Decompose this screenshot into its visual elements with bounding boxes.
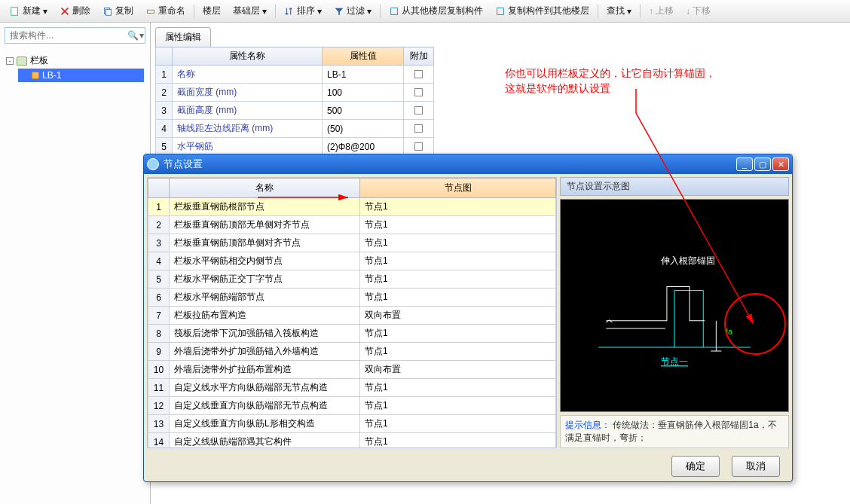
prop-extra[interactable] xyxy=(404,120,434,138)
node-name[interactable]: 栏板水平钢筋正交丁字节点 xyxy=(170,270,360,289)
node-value[interactable]: 节点1 xyxy=(360,198,556,216)
search-icon[interactable]: 🔍 xyxy=(127,30,139,41)
new-button[interactable]: 新建 ▾ xyxy=(5,2,53,20)
prop-row[interactable]: 2 截面宽度 (mm) 100 xyxy=(156,84,434,102)
item-label: LB-1 xyxy=(42,70,61,81)
node-value[interactable]: 节点1 xyxy=(360,325,556,343)
node-value[interactable]: 节点1 xyxy=(360,252,556,270)
prop-value[interactable]: 100 xyxy=(323,84,404,102)
node-row[interactable]: 10 外墙后浇带外扩拉筋布置构造 双向布置 xyxy=(148,361,556,379)
prop-name[interactable]: 名称 xyxy=(173,66,323,84)
movedown-button: ↓ 下移 xyxy=(680,2,716,20)
minimize-button[interactable]: _ xyxy=(736,157,753,171)
node-name[interactable]: 栏板水平钢筋端部节点 xyxy=(170,289,360,307)
node-name[interactable]: 栏板拉筋布置构造 xyxy=(170,307,360,325)
tree-root[interactable]: - 栏板 xyxy=(6,53,144,69)
prop-name[interactable]: 截面高度 (mm) xyxy=(173,102,323,120)
filter-button[interactable]: 过滤 ▾ xyxy=(329,2,377,20)
prop-extra[interactable] xyxy=(404,66,434,84)
prop-extra[interactable] xyxy=(404,84,434,102)
prop-row[interactable]: 3 截面高度 (mm) 500 xyxy=(156,102,434,120)
tree-item-lb1[interactable]: LB-1 xyxy=(18,69,144,82)
node-name[interactable]: 栏板垂直钢筋顶部无单侧对齐节点 xyxy=(170,216,360,234)
node-rownum: 9 xyxy=(148,343,170,361)
prop-extra[interactable] xyxy=(404,138,434,156)
node-row[interactable]: 11 自定义线水平方向纵筋端部无节点构造 节点1 xyxy=(148,379,556,397)
node-name[interactable]: 自定义线水平方向纵筋端部无节点构造 xyxy=(170,379,360,397)
checkbox[interactable] xyxy=(414,70,423,78)
search-input[interactable] xyxy=(5,28,127,43)
checkbox[interactable] xyxy=(414,88,423,96)
search-box: 🔍 ▾ xyxy=(5,27,145,44)
node-row[interactable]: 2 栏板垂直钢筋顶部无单侧对齐节点 节点1 xyxy=(148,216,556,234)
node-value[interactable]: 节点1 xyxy=(360,397,556,415)
node-row[interactable]: 13 自定义线垂直方向纵筋L形相交构造 节点1 xyxy=(148,415,556,433)
node-row[interactable]: 4 栏板水平钢筋相交内侧节点 节点1 xyxy=(148,252,556,270)
checkbox[interactable] xyxy=(414,106,423,115)
node-value[interactable]: 节点1 xyxy=(360,289,556,307)
prop-name[interactable]: 轴线距左边线距离 (mm) xyxy=(173,120,323,138)
checkbox[interactable] xyxy=(414,124,423,133)
node-value[interactable]: 节点1 xyxy=(360,343,556,361)
find-button[interactable]: 查找 ▾ xyxy=(601,2,637,20)
prop-value[interactable]: LB-1 xyxy=(323,66,404,84)
node-value[interactable]: 节点1 xyxy=(360,415,556,433)
prop-name[interactable]: 水平钢筋 xyxy=(173,138,323,156)
tab-properties[interactable]: 属性编辑 xyxy=(155,27,211,47)
prop-value[interactable]: (50) xyxy=(323,120,404,138)
sort-button[interactable]: 排序 ▾ xyxy=(279,2,327,20)
node-name[interactable]: 外墙后浇带外扩拉筋布置构造 xyxy=(170,361,360,379)
checkbox[interactable] xyxy=(414,142,423,151)
prop-row[interactable]: 1 名称 LB-1 xyxy=(156,66,434,84)
node-name[interactable]: 自定义线垂直方向纵筋端部无节点构造 xyxy=(170,397,360,415)
expand-icon[interactable]: - xyxy=(6,57,14,65)
close-button[interactable]: ✕ xyxy=(772,157,789,171)
prop-row[interactable]: 4 轴线距左边线距离 (mm) (50) xyxy=(156,120,434,138)
moveup-button: ↑ 上移 xyxy=(644,2,679,20)
baselayer-dropdown[interactable]: 基础层 ▾ xyxy=(228,2,272,20)
node-name[interactable]: 自定义线垂直方向纵筋L形相交构造 xyxy=(170,415,360,433)
node-value[interactable]: 节点1 xyxy=(360,379,556,397)
copyto-button[interactable]: 复制构件到其他楼层 xyxy=(490,2,595,20)
node-rownum: 8 xyxy=(148,325,170,343)
node-row[interactable]: 5 栏板水平钢筋正交丁字节点 节点1 xyxy=(148,270,556,289)
prop-value[interactable]: (2)Φ8@200 xyxy=(323,138,404,156)
node-table-wrap[interactable]: 名称 节点图 1 栏板垂直钢筋根部节点 节点12 栏板垂直钢筋顶部无单侧对齐节点… xyxy=(147,177,557,448)
node-row[interactable]: 12 自定义线垂直方向纵筋端部无节点构造 节点1 xyxy=(148,397,556,415)
node-name[interactable]: 筏板后浇带下沉加强筋锚入筏板构造 xyxy=(170,325,360,343)
copy-button[interactable]: 复制 xyxy=(97,2,139,20)
prop-name[interactable]: 截面宽度 (mm) xyxy=(173,84,323,102)
node-row[interactable]: 6 栏板水平钢筋端部节点 节点1 xyxy=(148,289,556,307)
node-name[interactable]: 栏板水平钢筋相交内侧节点 xyxy=(170,252,360,270)
node-row[interactable]: 3 栏板垂直钢筋顶部单侧对齐节点 节点1 xyxy=(148,234,556,252)
delete-button[interactable]: 删除 xyxy=(54,2,96,20)
node-name[interactable]: 自定义线纵筋端部遇其它构件 xyxy=(170,433,360,449)
filter-label: 过滤 xyxy=(347,5,365,17)
node-value[interactable]: 双向布置 xyxy=(360,307,556,325)
node-row[interactable]: 1 栏板垂直钢筋根部节点 节点1 xyxy=(148,198,556,216)
node-value[interactable]: 双向布置 xyxy=(360,361,556,379)
node-name[interactable]: 外墙后浇带外扩加强筋锚入外墙构造 xyxy=(170,343,360,361)
prop-extra[interactable] xyxy=(404,102,434,120)
node-row[interactable]: 9 外墙后浇带外扩加强筋锚入外墙构造 节点1 xyxy=(148,343,556,361)
search-clear-button[interactable]: ▾ xyxy=(139,30,145,41)
cancel-button[interactable]: 取消 xyxy=(732,456,780,477)
node-name[interactable]: 栏板垂直钢筋顶部单侧对齐节点 xyxy=(170,234,360,252)
tab-strip: 属性编辑 xyxy=(155,27,845,47)
dialog-titlebar[interactable]: 节点设置 _ ▢ ✕ xyxy=(144,154,792,174)
node-value[interactable]: 节点1 xyxy=(360,433,556,449)
node-name[interactable]: 栏板垂直钢筋根部节点 xyxy=(170,198,360,216)
node-value[interactable]: 节点1 xyxy=(360,270,556,289)
rename-button[interactable]: 重命名 xyxy=(140,2,191,20)
prop-row[interactable]: 5 水平钢筋 (2)Φ8@200 xyxy=(156,138,434,156)
layers-button[interactable]: 楼层 xyxy=(197,2,226,20)
ok-button[interactable]: 确定 xyxy=(671,456,720,477)
node-row[interactable]: 14 自定义线纵筋端部遇其它构件 节点1 xyxy=(148,433,556,449)
node-value[interactable]: 节点1 xyxy=(360,234,556,252)
node-row[interactable]: 8 筏板后浇带下沉加强筋锚入筏板构造 节点1 xyxy=(148,325,556,343)
node-row[interactable]: 7 栏板拉筋布置构造 双向布置 xyxy=(148,307,556,325)
prop-value[interactable]: 500 xyxy=(323,102,404,120)
node-value[interactable]: 节点1 xyxy=(360,216,556,234)
copyfrom-button[interactable]: 从其他楼层复制构件 xyxy=(384,2,488,20)
maximize-button[interactable]: ▢ xyxy=(754,157,771,171)
